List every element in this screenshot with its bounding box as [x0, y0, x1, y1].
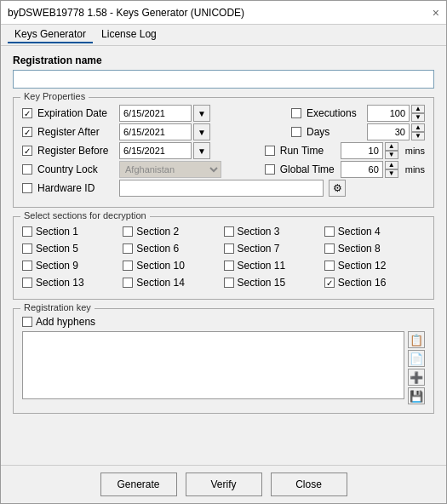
section-4-label: Section 4	[338, 226, 381, 238]
section-1-label: Section 1	[36, 226, 78, 238]
registration-name-input[interactable]	[13, 70, 434, 89]
content-area: Registration name Key Properties ✓ Expir…	[1, 46, 446, 465]
reg-key-sidebar: 📋 📄 ➕ 💾	[408, 331, 425, 404]
hardware-id-label: Hardware ID	[37, 182, 114, 194]
window-title: byDSWEB19778 1.58 - Keys Generator (UNIC…	[8, 7, 244, 19]
hardware-id-checkbox[interactable]	[22, 183, 32, 193]
globaltime-spinner: ▲ ▼	[341, 161, 398, 178]
executions-label: Executions	[307, 107, 362, 119]
copy-button[interactable]: 📋	[408, 331, 425, 348]
verify-button[interactable]: Verify	[186, 472, 262, 496]
section-12-checkbox[interactable]	[324, 261, 335, 271]
section-7-item: Section 7	[224, 241, 324, 256]
section-16-label: Section 16	[338, 277, 387, 289]
register-before-checkbox[interactable]: ✓	[22, 146, 32, 156]
expiration-date-input[interactable]	[119, 105, 192, 122]
hardware-id-input[interactable]	[119, 180, 324, 197]
close-window-button[interactable]: ×	[433, 6, 439, 20]
section-2-item: Section 2	[123, 224, 223, 239]
register-after-row: ✓ Register After ▼ Days ▲ ▼	[22, 123, 425, 140]
days-checkbox[interactable]	[291, 127, 301, 137]
expiration-date-wrap: ▼	[119, 105, 210, 122]
registration-name-group: Registration name	[13, 54, 434, 89]
section-7-checkbox[interactable]	[224, 243, 234, 254]
menu-license-log[interactable]: License Log	[95, 26, 163, 43]
section-16-checkbox[interactable]: ✓	[324, 278, 335, 288]
runtime-down[interactable]: ▼	[385, 151, 398, 159]
key-properties-title: Key Properties	[20, 91, 89, 101]
reg-key-body: 📋 📄 ➕ 💾	[22, 331, 425, 404]
section-8-label: Section 8	[338, 243, 381, 255]
section-5-checkbox[interactable]	[22, 243, 32, 254]
executions-up[interactable]: ▲	[411, 105, 425, 113]
menu-bar: Keys Generator License Log	[1, 25, 446, 46]
country-lock-row: Country Lock Afghanistan Global Time ▲ ▼…	[22, 161, 425, 178]
sections-grid: Section 1 Section 2 Section 3 Section 4	[22, 224, 425, 290]
main-window: byDSWEB19778 1.58 - Keys Generator (UNIC…	[0, 0, 447, 504]
section-3-checkbox[interactable]	[224, 226, 234, 237]
register-before-row: ✓ Register Before ▼ Run Time ▲ ▼ mins	[22, 142, 425, 159]
register-after-checkbox[interactable]: ✓	[22, 127, 32, 137]
executions-checkbox[interactable]	[291, 108, 301, 118]
sections-group: Select sections for decryption Section 1…	[13, 216, 434, 300]
section-5-label: Section 5	[36, 243, 78, 255]
runtime-up[interactable]: ▲	[385, 142, 398, 151]
hardware-id-row: Hardware ID ⚙	[22, 180, 425, 197]
section-15-checkbox[interactable]	[224, 278, 234, 288]
paste-button[interactable]: 📄	[408, 350, 425, 367]
days-input[interactable]	[367, 123, 410, 140]
menu-keys-generator[interactable]: Keys Generator	[8, 26, 93, 43]
section-10-checkbox[interactable]	[123, 261, 133, 271]
section-15-item: Section 15	[224, 275, 324, 290]
section-2-checkbox[interactable]	[123, 226, 133, 237]
executions-spinner: ▲ ▼	[367, 105, 425, 122]
runtime-input[interactable]	[341, 142, 383, 159]
days-down[interactable]: ▼	[411, 132, 425, 140]
close-button[interactable]: Close	[271, 472, 347, 496]
section-11-item: Section 11	[224, 258, 324, 273]
register-after-date-picker[interactable]: ▼	[193, 123, 210, 140]
globaltime-input[interactable]	[341, 161, 383, 178]
globaltime-checkbox[interactable]	[265, 164, 275, 175]
section-4-checkbox[interactable]	[324, 226, 335, 237]
section-1-item: Section 1	[22, 224, 123, 239]
section-11-checkbox[interactable]	[224, 261, 234, 271]
section-12-item: Section 12	[324, 258, 425, 273]
executions-input[interactable]	[367, 105, 410, 122]
expiration-checkbox[interactable]: ✓	[22, 108, 32, 118]
section-15-label: Section 15	[238, 277, 286, 289]
save-button[interactable]: 💾	[408, 387, 425, 404]
section-12-label: Section 12	[338, 260, 387, 272]
days-label: Days	[307, 126, 362, 138]
section-6-item: Section 6	[123, 241, 223, 256]
register-before-date-input[interactable]	[119, 142, 192, 159]
section-13-checkbox[interactable]	[22, 278, 32, 288]
executions-down[interactable]: ▼	[411, 113, 425, 122]
key-properties-group: Key Properties ✓ Expiration Date ▼ Execu…	[13, 97, 434, 208]
runtime-checkbox[interactable]	[265, 146, 275, 156]
runtime-unit: mins	[405, 146, 425, 156]
sections-title: Select sections for decryption	[20, 210, 150, 220]
add-button[interactable]: ➕	[408, 369, 425, 386]
section-8-checkbox[interactable]	[324, 243, 335, 254]
globaltime-down[interactable]: ▼	[385, 169, 398, 178]
section-14-checkbox[interactable]	[123, 278, 133, 288]
section-14-label: Section 14	[136, 277, 185, 289]
section-6-checkbox[interactable]	[123, 243, 133, 254]
reg-key-header: Add hyphens	[22, 316, 425, 328]
section-9-checkbox[interactable]	[22, 261, 32, 271]
add-hyphens-checkbox[interactable]	[22, 317, 32, 327]
hardware-id-scan-button[interactable]: ⚙	[329, 180, 346, 197]
reg-key-textarea[interactable]	[22, 331, 404, 399]
expiration-row: ✓ Expiration Date ▼ Executions ▲ ▼	[22, 105, 425, 122]
expiration-date-picker[interactable]: ▼	[193, 105, 210, 122]
section-1-checkbox[interactable]	[22, 226, 32, 237]
register-before-date-picker[interactable]: ▼	[193, 142, 210, 159]
days-up[interactable]: ▲	[411, 123, 425, 132]
country-select[interactable]: Afghanistan	[119, 161, 221, 178]
section-7-label: Section 7	[238, 243, 280, 255]
generate-button[interactable]: Generate	[100, 472, 177, 496]
register-after-date-input[interactable]	[119, 123, 192, 140]
country-lock-checkbox[interactable]	[22, 164, 32, 175]
globaltime-up[interactable]: ▲	[385, 161, 398, 169]
